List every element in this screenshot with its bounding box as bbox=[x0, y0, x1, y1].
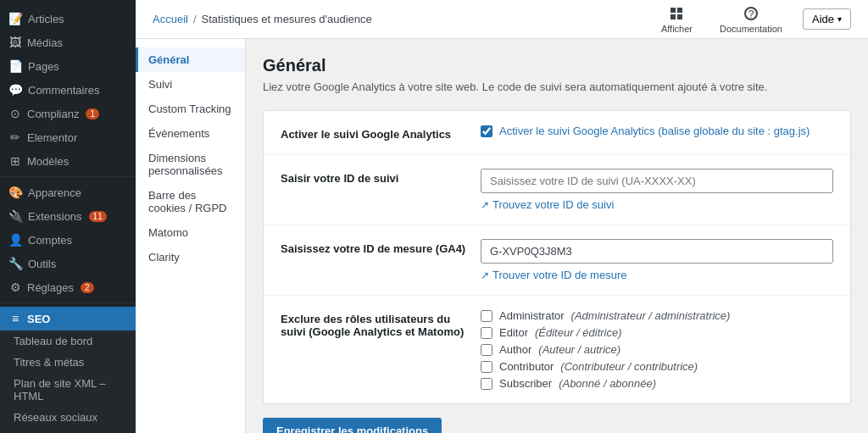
role-italic-administrator: (Administrateur / administratrice) bbox=[571, 309, 731, 322]
activer-suivi-checkbox-label[interactable]: Activer le suivi Google Analytics (balis… bbox=[481, 125, 833, 137]
left-nav-custom-tracking[interactable]: Custom Tracking bbox=[136, 97, 245, 121]
aide-chevron-icon: ▾ bbox=[837, 14, 842, 24]
sidebar-item-articles[interactable]: 📝 Articles bbox=[0, 7, 136, 31]
left-nav-barre-cookies[interactable]: Barre des cookies / RGPD bbox=[136, 183, 245, 220]
svg-rect-0 bbox=[670, 8, 676, 13]
svg-rect-2 bbox=[670, 14, 676, 19]
left-nav-matomo[interactable]: Matomo bbox=[136, 220, 245, 245]
id-mesure-link[interactable]: ↗ Trouver votre ID de mesure bbox=[481, 269, 833, 281]
activer-suivi-checkbox[interactable] bbox=[481, 125, 492, 137]
sidebar-item-extensions[interactable]: 🔌 Extensions 11 bbox=[0, 204, 136, 228]
reglages-badge: 2 bbox=[81, 282, 94, 293]
left-nav-dimensions[interactable]: Dimensions personnalisées bbox=[136, 146, 245, 183]
role-item-administrator[interactable]: Administrator (Administrateur / administ… bbox=[481, 309, 833, 322]
setting-label-activer-suivi: Activer le suivi Google Analytics bbox=[281, 125, 467, 141]
left-nav: Général Suivi Custom Tracking Évènements… bbox=[136, 39, 246, 433]
id-suivi-input[interactable] bbox=[481, 169, 833, 193]
left-nav-suivi[interactable]: Suivi bbox=[136, 72, 245, 97]
role-italic-editor: (Éditeur / éditrice) bbox=[535, 326, 622, 339]
svg-text:?: ? bbox=[748, 8, 754, 20]
seo-sub-tableau-de-bord[interactable]: Tableau de bord bbox=[0, 330, 136, 352]
panel-title: Général bbox=[263, 56, 851, 75]
pages-icon: 📄 bbox=[8, 59, 23, 73]
complianz-icon: ⊙ bbox=[8, 107, 22, 120]
sidebar-item-complianz[interactable]: ⊙ Complianz 1 bbox=[0, 102, 136, 125]
aide-button[interactable]: Aide ▾ bbox=[803, 8, 851, 30]
sidebar-item-modeles[interactable]: ⊞ Modèles bbox=[0, 149, 136, 173]
save-button[interactable]: Enregistrer les modifications bbox=[263, 418, 442, 433]
activer-suivi-checkbox-text: Activer le suivi Google Analytics (balis… bbox=[499, 125, 810, 137]
documentation-button[interactable]: ? Documentation bbox=[713, 2, 789, 37]
commentaires-icon: 💬 bbox=[8, 83, 23, 97]
topbar-actions: Afficher ? Documentation Aide ▾ bbox=[654, 2, 851, 37]
setting-label-id-mesure: Saisissez votre ID de mesure (GA4) bbox=[281, 239, 467, 255]
role-label-author: Author bbox=[499, 343, 531, 356]
breadcrumb-separator: / bbox=[193, 13, 197, 25]
apparence-icon: 🎨 bbox=[8, 186, 23, 199]
seo-sub-plan-de-site[interactable]: Plan de site XML – HTML bbox=[0, 373, 136, 407]
panel-description: Liez votre Google Analytics à votre site… bbox=[263, 80, 851, 93]
id-mesure-input[interactable] bbox=[481, 239, 833, 264]
seo-submenu: Tableau de bord Titres & métas Plan de s… bbox=[0, 330, 136, 433]
reglages-icon: ⚙ bbox=[8, 280, 22, 294]
modeles-icon: ⊞ bbox=[8, 154, 22, 168]
sidebar-item-elementor[interactable]: ✏ Elementor bbox=[0, 125, 136, 149]
panel: Général Liez votre Google Analytics à vo… bbox=[246, 39, 868, 433]
role-checkbox-subscriber[interactable] bbox=[481, 378, 492, 390]
setting-control-id-suivi: ↗ Trouvez votre ID de suivi bbox=[481, 169, 833, 211]
sidebar-item-medias[interactable]: 🖼 Médias bbox=[0, 31, 136, 54]
afficher-icon bbox=[668, 5, 685, 22]
role-item-contributor[interactable]: Contributor (Contributeur / contributric… bbox=[481, 360, 833, 373]
sidebar: 📝 Articles 🖼 Médias 📄 Pages 💬 Commentair… bbox=[0, 0, 136, 433]
left-nav-clarity[interactable]: Clarity bbox=[136, 245, 245, 269]
role-italic-author: (Auteur / autrice) bbox=[538, 343, 620, 356]
outils-icon: 🔧 bbox=[8, 257, 23, 270]
afficher-button[interactable]: Afficher bbox=[654, 2, 699, 37]
seo-sub-reseaux-sociaux[interactable]: Réseaux sociaux bbox=[0, 407, 136, 428]
role-item-author[interactable]: Author (Auteur / autrice) bbox=[481, 343, 833, 356]
svg-rect-1 bbox=[677, 8, 682, 13]
breadcrumb: Accueil / Statistiques et mesures d'audi… bbox=[153, 13, 372, 25]
content-area: Général Suivi Custom Tracking Évènements… bbox=[136, 39, 868, 433]
setting-label-id-suivi: Saisir votre ID de suivi bbox=[281, 169, 467, 185]
topbar: Accueil / Statistiques et mesures d'audi… bbox=[136, 0, 868, 39]
sidebar-item-outils[interactable]: 🔧 Outils bbox=[0, 252, 136, 275]
seo-icon: ≡ bbox=[8, 312, 22, 325]
sidebar-item-reglages[interactable]: ⚙ Réglages 2 bbox=[0, 275, 136, 299]
documentation-icon: ? bbox=[743, 5, 760, 22]
role-checkbox-contributor[interactable] bbox=[481, 361, 492, 373]
main-area: Accueil / Statistiques et mesures d'audi… bbox=[136, 0, 868, 433]
role-checkbox-administrator[interactable] bbox=[481, 310, 492, 322]
role-checkbox-editor[interactable] bbox=[481, 327, 492, 339]
sidebar-item-comptes[interactable]: 👤 Comptes bbox=[0, 228, 136, 252]
role-italic-subscriber: (Abonné / abonnée) bbox=[559, 377, 656, 390]
setting-control-roles: Administrator (Administrateur / administ… bbox=[481, 309, 833, 390]
role-checkbox-author[interactable] bbox=[481, 344, 492, 356]
elementor-icon: ✏ bbox=[8, 130, 22, 144]
sidebar-item-apparence[interactable]: 🎨 Apparence bbox=[0, 180, 136, 204]
role-label-subscriber: Subscriber bbox=[499, 377, 552, 390]
setting-row-activer-suivi: Activer le suivi Google Analytics Active… bbox=[264, 111, 850, 155]
sidebar-item-seo[interactable]: ≡ SEO bbox=[0, 307, 136, 330]
setting-row-roles: Exclure des rôles utilisateurs du suivi … bbox=[264, 296, 850, 403]
breadcrumb-home[interactable]: Accueil bbox=[153, 13, 188, 25]
role-item-subscriber[interactable]: Subscriber (Abonné / abonnée) bbox=[481, 377, 833, 390]
seo-sub-statistiques[interactable]: Statistiques et mesures d'audience bbox=[0, 428, 136, 433]
medias-icon: 🖼 bbox=[8, 36, 22, 49]
role-item-editor[interactable]: Editor (Éditeur / éditrice) bbox=[481, 326, 833, 339]
left-nav-general[interactable]: Général bbox=[136, 47, 245, 72]
extensions-badge: 11 bbox=[89, 211, 107, 222]
complianz-badge: 1 bbox=[86, 108, 99, 119]
extensions-icon: 🔌 bbox=[8, 209, 23, 223]
setting-row-id-suivi: Saisir votre ID de suivi ↗ Trouvez votre… bbox=[264, 155, 850, 225]
sidebar-item-pages[interactable]: 📄 Pages bbox=[0, 54, 136, 78]
sidebar-item-commentaires[interactable]: 💬 Commentaires bbox=[0, 78, 136, 102]
role-italic-contributor: (Contributeur / contributrice) bbox=[560, 360, 698, 373]
setting-row-id-mesure: Saisissez votre ID de mesure (GA4) ↗ Tro… bbox=[264, 225, 850, 296]
seo-sub-titres-metas[interactable]: Titres & métas bbox=[0, 352, 136, 373]
svg-rect-3 bbox=[677, 14, 682, 19]
role-label-administrator: Administrator bbox=[499, 309, 565, 322]
left-nav-evenements[interactable]: Évènements bbox=[136, 121, 245, 146]
settings-card: Activer le suivi Google Analytics Active… bbox=[263, 110, 851, 404]
id-suivi-link[interactable]: ↗ Trouvez votre ID de suivi bbox=[481, 198, 833, 211]
